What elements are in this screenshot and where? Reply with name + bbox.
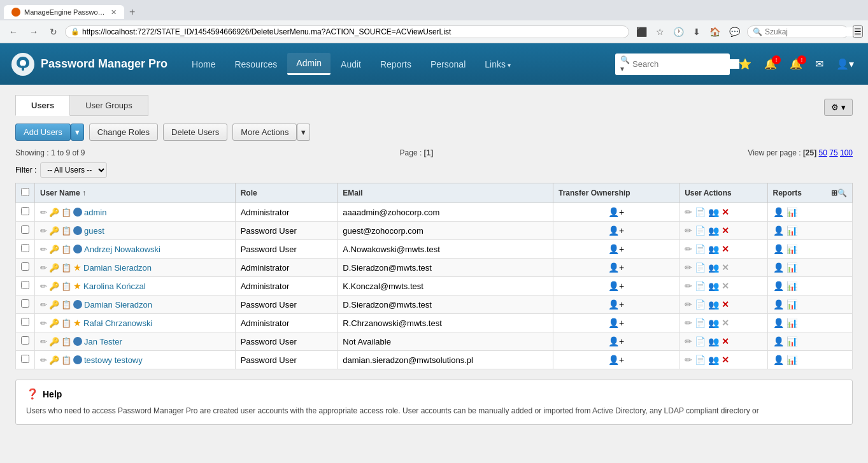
nav-reports[interactable]: Reports <box>371 54 420 75</box>
transfer-icon[interactable]: 👤+ <box>608 207 624 217</box>
edit-action-icon[interactable]: ✏ <box>685 281 692 291</box>
report-chart-icon[interactable]: 📊 <box>786 299 797 310</box>
edit-action-icon[interactable]: ✏ <box>685 262 692 273</box>
key-icon[interactable]: 🔑 <box>49 263 59 273</box>
delete-action-icon[interactable]: ✕ <box>722 299 729 310</box>
row-checkbox[interactable] <box>21 207 29 215</box>
report-user-icon[interactable]: 👤 <box>773 281 784 291</box>
nav-personal[interactable]: Personal <box>422 54 474 75</box>
report-chart-icon[interactable]: 📊 <box>786 207 797 217</box>
report-user-icon[interactable]: 👤 <box>773 244 784 254</box>
username-text[interactable]: Damian Sieradzon <box>84 300 152 310</box>
report-user-icon[interactable]: 👤 <box>773 299 784 310</box>
row-checkbox[interactable] <box>21 225 29 234</box>
edit-user-icon[interactable]: ✏ <box>40 355 47 365</box>
transfer-icon[interactable]: 👤+ <box>608 299 624 310</box>
clipboard-icon[interactable]: 📋 <box>61 337 71 346</box>
change-roles-button[interactable]: Change Roles <box>89 124 158 141</box>
more-actions-dropdown[interactable]: ▾ <box>297 124 310 141</box>
delete-action-icon[interactable]: ✕ <box>722 207 729 217</box>
copy-action-icon[interactable]: 📄 <box>695 299 706 310</box>
nav-home[interactable]: Home <box>183 54 224 75</box>
chat-button[interactable]: 💬 <box>726 25 743 39</box>
edit-user-icon[interactable]: ✏ <box>40 208 47 217</box>
edit-action-icon[interactable]: ✏ <box>685 318 692 328</box>
group-action-icon[interactable]: 👥 <box>708 318 719 328</box>
cast-button[interactable]: ⬛ <box>633 25 650 39</box>
edit-action-icon[interactable]: ✏ <box>685 299 692 310</box>
copy-action-icon[interactable]: 📄 <box>695 244 706 254</box>
key-icon[interactable]: 🔑 <box>49 355 59 365</box>
group-action-icon[interactable]: 👥 <box>708 207 719 217</box>
close-tab-button[interactable]: ✕ <box>111 8 117 17</box>
transfer-icon[interactable]: 👤+ <box>608 225 624 236</box>
username-text[interactable]: admin <box>84 208 106 217</box>
tab-users[interactable]: Users <box>15 95 70 116</box>
transfer-ownership-header[interactable]: Transfer Ownership <box>553 183 679 203</box>
app-search-input[interactable] <box>632 59 739 69</box>
report-chart-icon[interactable]: 📊 <box>786 336 797 346</box>
user-actions-header[interactable]: User Actions <box>679 183 767 203</box>
favorites-icon[interactable]: ⭐ <box>735 55 755 73</box>
username-text[interactable]: guest <box>84 226 104 236</box>
clipboard-icon[interactable]: 📋 <box>61 226 71 236</box>
delete-users-button[interactable]: Delete Users <box>163 124 227 141</box>
copy-action-icon[interactable]: 📄 <box>695 207 706 217</box>
back-button[interactable]: ← <box>5 25 22 38</box>
edit-user-icon[interactable]: ✏ <box>40 318 47 328</box>
notification-bell-1[interactable]: 🔔 ! <box>760 55 781 73</box>
group-action-icon[interactable]: 👥 <box>708 355 719 365</box>
key-icon[interactable]: 🔑 <box>49 281 59 291</box>
report-user-icon[interactable]: 👤 <box>773 225 784 236</box>
report-user-icon[interactable]: 👤 <box>773 262 784 273</box>
download-button[interactable]: ⬇ <box>690 25 704 39</box>
group-action-icon[interactable]: 👥 <box>708 244 719 254</box>
key-icon[interactable]: 🔑 <box>49 337 59 346</box>
nav-links[interactable]: Links <box>476 54 519 75</box>
tab-settings-button[interactable]: ⚙ ▾ <box>824 99 853 116</box>
transfer-icon[interactable]: 👤+ <box>608 318 624 328</box>
copy-action-icon[interactable]: 📄 <box>695 355 706 365</box>
menu-button[interactable]: ☰ <box>853 25 863 38</box>
edit-user-icon[interactable]: ✏ <box>40 337 47 346</box>
new-tab-button[interactable]: + <box>124 6 140 18</box>
email-header[interactable]: EMail <box>338 183 553 203</box>
delete-action-icon[interactable]: ✕ <box>722 318 729 328</box>
key-icon[interactable]: 🔑 <box>49 208 59 217</box>
view-50[interactable]: 50 <box>819 148 827 157</box>
edit-action-icon[interactable]: ✏ <box>685 244 692 254</box>
clipboard-icon[interactable]: 📋 <box>61 355 71 365</box>
delete-action-icon[interactable]: ✕ <box>722 336 729 346</box>
edit-user-icon[interactable]: ✏ <box>40 226 47 236</box>
transfer-icon[interactable]: 👤+ <box>608 336 624 346</box>
copy-action-icon[interactable]: 📄 <box>695 318 706 328</box>
report-user-icon[interactable]: 👤 <box>773 318 784 328</box>
browser-tab-active[interactable]: ManageEngine Password ... ✕ <box>4 5 124 19</box>
report-chart-icon[interactable]: 📊 <box>786 244 797 254</box>
group-action-icon[interactable]: 👥 <box>708 281 719 291</box>
edit-user-icon[interactable]: ✏ <box>40 281 47 291</box>
browser-search-bar[interactable]: 🔍 <box>747 25 849 38</box>
key-icon[interactable]: 🔑 <box>49 300 59 310</box>
filter-select[interactable]: -- All Users -- <box>40 162 107 178</box>
copy-action-icon[interactable]: 📄 <box>695 225 706 236</box>
delete-action-icon[interactable]: ✕ <box>722 244 729 254</box>
group-action-icon[interactable]: 👥 <box>708 299 719 310</box>
username-text[interactable]: testowy testowy <box>84 355 143 365</box>
expand-icon-header[interactable]: ⊞ <box>831 189 837 197</box>
username-text[interactable]: Rafał Chrzanowski <box>83 318 152 328</box>
forward-button[interactable]: → <box>25 25 42 38</box>
report-chart-icon[interactable]: 📊 <box>786 225 797 236</box>
mail-icon[interactable]: ✉ <box>811 55 827 73</box>
edit-user-icon[interactable]: ✏ <box>40 300 47 310</box>
add-users-dropdown[interactable]: ▾ <box>71 124 84 141</box>
transfer-icon[interactable]: 👤+ <box>608 281 624 291</box>
group-action-icon[interactable]: 👥 <box>708 225 719 236</box>
copy-action-icon[interactable]: 📄 <box>695 262 706 273</box>
url-input[interactable] <box>82 27 623 36</box>
clipboard-icon[interactable]: 📋 <box>61 318 71 328</box>
row-checkbox[interactable] <box>21 355 29 363</box>
transfer-icon[interactable]: 👤+ <box>608 244 624 254</box>
report-chart-icon[interactable]: 📊 <box>786 355 797 365</box>
user-menu[interactable]: 👤▾ <box>832 55 858 73</box>
